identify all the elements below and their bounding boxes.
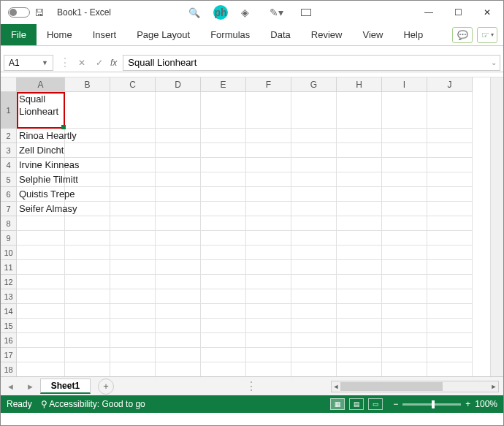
cell[interactable] (110, 231, 156, 246)
cell[interactable] (291, 187, 337, 202)
column-header-C[interactable]: C (110, 77, 156, 92)
row-header[interactable]: 10 (1, 246, 17, 260)
row-header[interactable]: 14 (1, 304, 17, 319)
cell[interactable] (201, 362, 246, 376)
cell[interactable] (291, 289, 337, 304)
cell[interactable] (201, 231, 246, 246)
tab-help[interactable]: Help (393, 24, 433, 45)
column-header-A[interactable]: A (17, 77, 65, 92)
cell[interactable]: Quistis Trepe (17, 187, 65, 202)
search-icon[interactable] (188, 7, 200, 18)
cell[interactable] (337, 348, 382, 362)
cell[interactable] (427, 260, 473, 275)
cell[interactable] (291, 275, 337, 289)
mode-switch-icon[interactable]: ✎▾ (270, 7, 283, 18)
cell[interactable] (246, 172, 291, 187)
cell[interactable] (427, 362, 473, 376)
cell[interactable] (65, 231, 110, 246)
scroll-right-icon[interactable]: ► (489, 381, 498, 392)
row-header[interactable]: 6 (1, 187, 17, 202)
cell[interactable] (291, 172, 337, 187)
share-button[interactable]: ☞ (477, 27, 497, 43)
cell[interactable] (427, 246, 473, 260)
name-box-dropdown-icon[interactable]: ▼ (42, 59, 48, 66)
tab-formulas[interactable]: Formulas (200, 24, 260, 45)
cell[interactable] (382, 362, 427, 376)
cell[interactable] (156, 187, 201, 202)
cell[interactable] (65, 275, 110, 289)
cell[interactable] (65, 92, 110, 129)
cell[interactable] (246, 158, 291, 172)
tab-view[interactable]: View (352, 24, 393, 45)
row-header[interactable]: 13 (1, 289, 17, 304)
vertical-scrollbar[interactable] (490, 77, 503, 376)
cell[interactable] (156, 333, 201, 348)
row-header[interactable]: 17 (1, 348, 17, 362)
cell[interactable]: Squall Lionheart (17, 92, 65, 129)
cell[interactable] (427, 216, 473, 231)
cell[interactable] (382, 172, 427, 187)
cell[interactable] (427, 333, 473, 348)
column-header-G[interactable]: G (291, 77, 337, 92)
cell[interactable] (246, 216, 291, 231)
cell[interactable] (17, 216, 65, 231)
cell[interactable] (65, 260, 110, 275)
scroll-left-icon[interactable]: ◄ (332, 381, 340, 392)
cell[interactable] (65, 362, 110, 376)
cell[interactable] (382, 143, 427, 158)
cell[interactable] (337, 216, 382, 231)
scrollbar-thumb[interactable] (340, 382, 443, 391)
cell[interactable] (427, 231, 473, 246)
cell[interactable] (110, 333, 156, 348)
column-header-H[interactable]: H (337, 77, 382, 92)
cell[interactable] (65, 143, 110, 158)
sheet-nav-next-icon[interactable]: ► (20, 382, 40, 391)
cell[interactable] (427, 172, 473, 187)
cell[interactable] (17, 231, 65, 246)
name-box[interactable]: A1 ▼ (4, 55, 53, 71)
cell[interactable] (201, 143, 246, 158)
sheet-nav-prev-icon[interactable]: ◄ (1, 382, 20, 391)
cell[interactable] (291, 158, 337, 172)
row-header[interactable]: 16 (1, 333, 17, 348)
cell[interactable] (110, 275, 156, 289)
row-header[interactable]: 8 (1, 216, 17, 231)
cell[interactable] (110, 348, 156, 362)
cell[interactable] (201, 246, 246, 260)
cell[interactable] (246, 129, 291, 143)
close-button[interactable]: ✕ (474, 2, 500, 23)
cell[interactable] (156, 319, 201, 333)
row-header[interactable]: 11 (1, 260, 17, 275)
row-header[interactable]: 3 (1, 143, 17, 158)
cell[interactable] (382, 231, 427, 246)
cell[interactable] (110, 362, 156, 376)
page-break-view-button[interactable]: ▭ (368, 398, 383, 410)
cell[interactable] (291, 202, 337, 216)
column-header-B[interactable]: B (65, 77, 110, 92)
ribbon-display-icon[interactable] (301, 9, 311, 16)
cell[interactable] (337, 92, 382, 129)
column-header-J[interactable]: J (427, 77, 473, 92)
horizontal-scrollbar[interactable]: ◄ ► (331, 381, 499, 392)
cell[interactable] (291, 304, 337, 319)
cell[interactable] (291, 231, 337, 246)
cell[interactable] (17, 289, 65, 304)
cell[interactable] (156, 216, 201, 231)
cell[interactable] (110, 143, 156, 158)
add-sheet-button[interactable]: + (98, 379, 114, 395)
cell[interactable] (246, 143, 291, 158)
premium-icon[interactable]: ◈ (241, 7, 249, 18)
cell[interactable] (427, 348, 473, 362)
cell[interactable] (246, 348, 291, 362)
cell[interactable]: Irvine Kinneas (17, 158, 65, 172)
cell[interactable] (17, 362, 65, 376)
select-all-corner[interactable] (1, 77, 17, 92)
cell[interactable] (156, 231, 201, 246)
expand-formula-bar-icon[interactable]: ⌄ (491, 58, 497, 66)
page-layout-view-button[interactable]: ▤ (349, 398, 364, 410)
cell[interactable] (382, 348, 427, 362)
cell[interactable] (382, 187, 427, 202)
column-header-I[interactable]: I (382, 77, 427, 92)
cell[interactable] (291, 129, 337, 143)
cell[interactable] (201, 202, 246, 216)
